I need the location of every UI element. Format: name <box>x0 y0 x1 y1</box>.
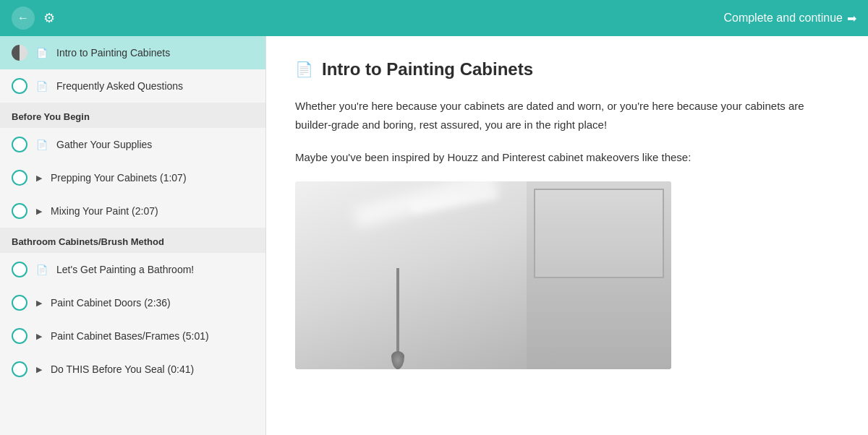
doc-icon: 📄 <box>36 48 48 59</box>
content-doc-icon: 📄 <box>295 61 313 78</box>
sidebar-item-label: Paint Cabinet Doors (2:36) <box>51 297 171 309</box>
progress-circle-icon <box>12 170 27 186</box>
complete-continue-label: Complete and continue <box>723 12 843 25</box>
progress-circle-icon <box>12 295 27 311</box>
sidebar-item-mixing-paint[interactable]: ▶ Mixing Your Paint (2:07) <box>0 194 265 228</box>
sidebar-item-label: Frequently Asked Questions <box>56 80 183 92</box>
page-title: Intro to Painting Cabinets <box>322 59 533 79</box>
sidebar-item-do-this-before-seal[interactable]: ▶ Do THIS Before You Seal (0:41) <box>0 353 265 386</box>
video-icon: ▶ <box>36 207 42 216</box>
video-icon: ▶ <box>36 298 42 308</box>
progress-half-icon <box>12 45 27 61</box>
video-icon: ▶ <box>36 173 42 183</box>
doc-icon: 📄 <box>36 139 48 150</box>
sidebar-item-label: Do THIS Before You Seal (0:41) <box>51 363 194 375</box>
video-icon: ▶ <box>36 332 42 341</box>
progress-circle-icon <box>12 78 27 94</box>
video-icon: ▶ <box>36 365 42 374</box>
doc-icon: 📄 <box>36 81 48 92</box>
doc-icon: 📄 <box>36 264 48 275</box>
sidebar-item-label: Gather Your Supplies <box>56 139 152 150</box>
progress-circle-icon <box>12 203 27 219</box>
progress-circle-icon <box>12 361 27 377</box>
content-image <box>295 181 671 369</box>
settings-button[interactable]: ⚙ <box>43 10 55 26</box>
sidebar-item-paint-cabinet-doors[interactable]: ▶ Paint Cabinet Doors (2:36) <box>0 286 265 319</box>
sidebar: 📄 Intro to Painting Cabinets 📄 Frequentl… <box>0 36 266 435</box>
sidebar-item-intro-painting[interactable]: 📄 Intro to Painting Cabinets <box>0 36 265 69</box>
progress-circle-icon <box>12 262 27 277</box>
sidebar-item-paint-cabinet-bases[interactable]: ▶ Paint Cabinet Bases/Frames (5:01) <box>0 319 265 353</box>
top-bar: ← ⚙ Complete and continue ➡ <box>0 0 868 36</box>
cabinet-decoration <box>527 181 671 369</box>
back-button[interactable]: ← <box>12 7 35 30</box>
sidebar-item-label: Let's Get Painting a Bathroom! <box>56 264 194 275</box>
sidebar-item-label: Intro to Painting Cabinets <box>56 47 170 59</box>
progress-circle-icon <box>12 137 27 152</box>
section-header-bathroom-cabinets: Bathroom Cabinets/Brush Method <box>0 228 265 253</box>
complete-continue-button[interactable]: Complete and continue ➡ <box>723 12 856 25</box>
pendant-shade-decoration <box>391 351 404 369</box>
sidebar-item-gather-supplies[interactable]: 📄 Gather Your Supplies <box>0 128 265 161</box>
main-layout: 📄 Intro to Painting Cabinets 📄 Frequentl… <box>0 36 868 435</box>
content-title-block: 📄 Intro to Painting Cabinets <box>295 59 839 79</box>
sidebar-item-label: Paint Cabinet Bases/Frames (5:01) <box>51 330 209 342</box>
sidebar-item-prepping-cabinets[interactable]: ▶ Prepping Your Cabinets (1:07) <box>0 161 265 194</box>
content-paragraph-1: Whether you're here because your cabinet… <box>295 97 839 134</box>
top-bar-left: ← ⚙ <box>12 7 55 30</box>
section-header-before-you-begin: Before You Begin <box>0 103 265 128</box>
content-area: 📄 Intro to Painting Cabinets Whether you… <box>266 36 868 435</box>
content-paragraph-2: Maybe you've been inspired by Houzz and … <box>295 148 839 167</box>
sidebar-item-label: Prepping Your Cabinets (1:07) <box>51 172 187 184</box>
progress-circle-icon <box>12 328 27 344</box>
sidebar-item-lets-get-painting[interactable]: 📄 Let's Get Painting a Bathroom! <box>0 253 265 286</box>
arrow-icon: ➡ <box>847 12 856 25</box>
sidebar-item-faq[interactable]: 📄 Frequently Asked Questions <box>0 69 265 103</box>
sidebar-item-label: Mixing Your Paint (2:07) <box>51 205 158 217</box>
